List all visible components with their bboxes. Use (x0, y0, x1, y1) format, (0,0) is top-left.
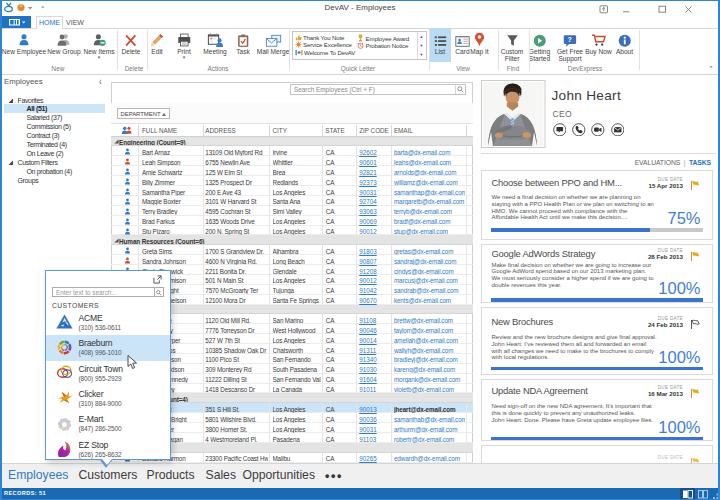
svg-text:?: ? (568, 36, 572, 44)
